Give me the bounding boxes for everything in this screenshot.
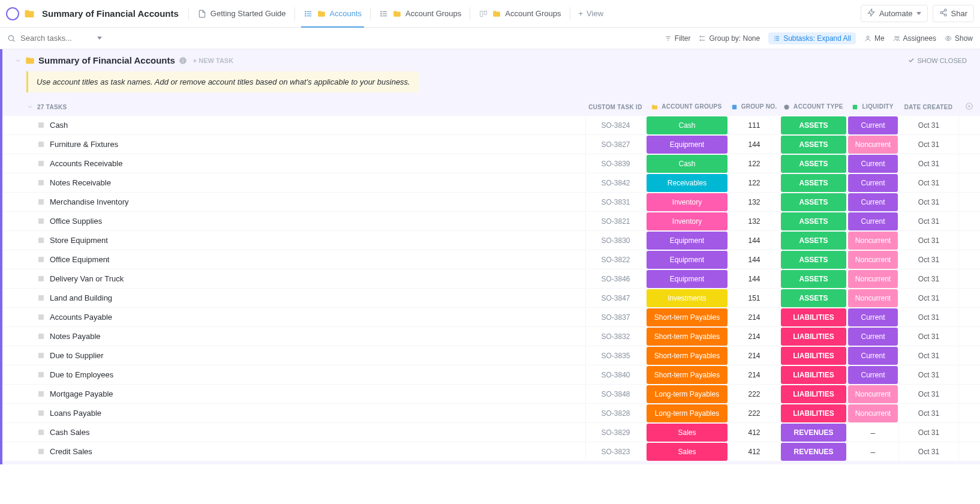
task-name[interactable]: Merchandise Inventory [50, 197, 129, 206]
liquidity-badge[interactable]: Current [848, 366, 898, 384]
liquidity-badge[interactable]: Current [848, 155, 898, 173]
list-title[interactable]: Summary of Financial Accounts [38, 55, 175, 65]
col-header-num[interactable]: GROUP NO. [728, 103, 780, 110]
new-task-button[interactable]: + NEW TASK [193, 57, 233, 64]
liquidity-badge[interactable]: Noncurrent [848, 136, 898, 154]
table-row[interactable]: Store EquipmentSO-3830Equipment144ASSETS… [2, 230, 980, 250]
col-task-count[interactable]: 27 TASKS [37, 104, 585, 110]
task-name[interactable]: Land and Building [50, 293, 112, 302]
table-row[interactable]: Due to EmployeesSO-3840Short-term Payabl… [2, 365, 980, 384]
liquidity-badge[interactable]: Noncurrent [848, 232, 898, 250]
liquidity-badge[interactable]: Noncurrent [848, 385, 898, 403]
liquidity-badge[interactable]: Noncurrent [848, 289, 898, 307]
account-group-badge[interactable]: Sales [647, 443, 728, 461]
task-name[interactable]: Store Equipment [50, 236, 108, 245]
status-icon[interactable] [38, 372, 44, 377]
col-header-date[interactable]: DATE CREATED [898, 104, 958, 110]
account-group-badge[interactable]: Investments [647, 289, 728, 307]
task-name[interactable]: Office Supplies [50, 217, 102, 226]
group-number[interactable]: 144 [728, 135, 780, 154]
group-number[interactable]: 214 [728, 308, 780, 326]
task-name[interactable]: Credit Sales [50, 447, 92, 456]
add-column-button[interactable] [958, 102, 980, 112]
table-row[interactable]: Mortgage PayableSO-3848Long-term Payable… [2, 384, 980, 403]
task-name[interactable]: Furniture & Fixtures [50, 140, 118, 149]
status-icon[interactable] [38, 391, 44, 397]
group-number[interactable]: 111 [728, 116, 780, 134]
account-type-badge[interactable]: LIABILITIES [781, 366, 846, 384]
task-name[interactable]: Delivery Van or Truck [50, 274, 124, 283]
account-type-badge[interactable]: ASSETS [781, 155, 846, 173]
col-header-type[interactable]: ACCOUNT TYPE [780, 103, 847, 110]
task-name[interactable]: Cash [50, 121, 68, 130]
account-type-badge[interactable]: LIABILITIES [781, 347, 846, 365]
liquidity-badge[interactable]: Current [848, 193, 898, 211]
account-group-badge[interactable]: Inventory [647, 212, 728, 230]
col-header-liq[interactable]: LIQUIDITY [847, 103, 898, 110]
account-type-badge[interactable]: ASSETS [781, 270, 846, 288]
assignees-button[interactable]: Assignees [893, 34, 936, 43]
search-wrap[interactable] [7, 34, 102, 43]
status-icon[interactable] [38, 295, 44, 301]
account-type-badge[interactable]: ASSETS [781, 136, 846, 154]
task-name[interactable]: Mortgage Payable [50, 389, 113, 398]
table-row[interactable]: CashSO-3824Cash111ASSETSCurrentOct 31 [2, 115, 980, 134]
account-type-badge[interactable]: LIABILITIES [781, 385, 846, 403]
account-type-badge[interactable]: ASSETS [781, 289, 846, 307]
account-group-badge[interactable]: Cash [647, 116, 728, 134]
table-row[interactable]: Delivery Van or TruckSO-3846Equipment144… [2, 269, 980, 288]
task-name[interactable]: Notes Receivable [50, 178, 111, 187]
status-icon[interactable] [38, 238, 44, 243]
status-icon[interactable] [38, 430, 44, 435]
liquidity-badge[interactable]: Current [848, 174, 898, 192]
group-number[interactable]: 222 [728, 404, 780, 422]
show-button[interactable]: Show [945, 34, 973, 43]
task-name[interactable]: Notes Payable [50, 332, 101, 341]
subtasks-button[interactable]: Subtasks: Expand All [768, 32, 856, 44]
liquidity-badge[interactable]: Current [848, 308, 898, 326]
status-icon[interactable] [38, 218, 44, 224]
task-name[interactable]: Cash Sales [50, 428, 89, 437]
status-icon[interactable] [38, 410, 44, 416]
collapse-icon[interactable] [14, 57, 22, 64]
status-icon[interactable] [38, 142, 44, 147]
status-icon[interactable] [38, 353, 44, 358]
account-group-badge[interactable]: Equipment [647, 251, 728, 269]
search-input[interactable] [20, 34, 92, 43]
account-type-badge[interactable]: LIABILITIES [781, 308, 846, 326]
account-type-badge[interactable]: ASSETS [781, 232, 846, 250]
tab-getting-started-guide[interactable]: Getting Started Guide [190, 0, 293, 28]
account-group-badge[interactable]: Long-term Payables [647, 404, 728, 422]
liquidity-badge[interactable]: Current [848, 116, 898, 134]
group-number[interactable]: 214 [728, 346, 780, 365]
group-number[interactable]: 214 [728, 327, 780, 346]
status-icon[interactable] [38, 180, 44, 185]
group-number[interactable]: 412 [728, 442, 780, 461]
status-icon[interactable] [38, 122, 44, 128]
status-icon[interactable] [38, 257, 44, 262]
task-name[interactable]: Due to Supplier [50, 351, 104, 360]
account-group-badge[interactable]: Equipment [647, 232, 728, 250]
table-row[interactable]: Furniture & FixturesSO-3827Equipment144A… [2, 134, 980, 154]
task-name[interactable]: Due to Employees [50, 370, 113, 379]
tab-accounts[interactable]: Accounts [296, 0, 369, 28]
tab-account-groups[interactable]: Account Groups [372, 0, 468, 28]
group-number[interactable]: 144 [728, 269, 780, 288]
table-row[interactable]: Loans PayableSO-3828Long-term Payables22… [2, 403, 980, 422]
group-number[interactable]: 122 [728, 154, 780, 173]
liquidity-badge[interactable]: Current [848, 328, 898, 346]
account-group-badge[interactable]: Receivables [647, 174, 728, 192]
account-group-badge[interactable]: Equipment [647, 270, 728, 288]
app-logo-icon[interactable] [6, 7, 19, 20]
account-group-badge[interactable]: Equipment [647, 136, 728, 154]
account-group-badge[interactable]: Sales [647, 424, 728, 442]
account-type-badge[interactable]: REVENUES [781, 443, 846, 461]
info-icon[interactable]: i [179, 56, 187, 65]
table-row[interactable]: Credit SalesSO-3823Sales412REVENUES–Oct … [2, 442, 980, 461]
status-icon[interactable] [38, 334, 44, 339]
status-icon[interactable] [38, 276, 44, 281]
filter-button[interactable]: Filter [665, 34, 691, 43]
col-header-id[interactable]: CUSTOM TASK ID [585, 104, 645, 110]
table-row[interactable]: Due to SupplierSO-3835Short-term Payable… [2, 346, 980, 365]
breadcrumb-title[interactable]: Summary of Financial Accounts [42, 8, 179, 19]
